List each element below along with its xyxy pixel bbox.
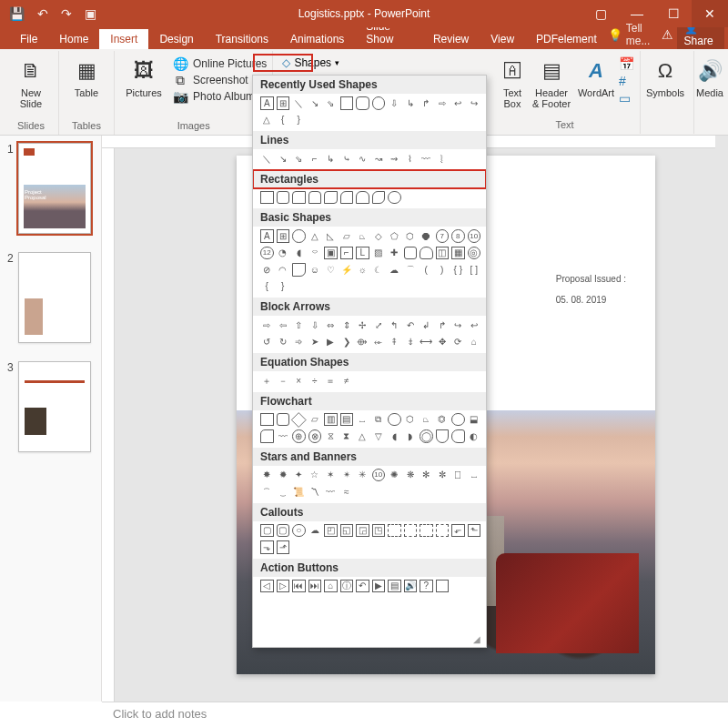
shape-can[interactable] (420, 247, 433, 260)
shape-heptagon[interactable]: ⯃ (420, 229, 433, 243)
warning-icon[interactable]: ⚠ (662, 27, 673, 42)
shape-l-shape[interactable]: L (356, 247, 369, 260)
shape-fc-collate[interactable]: ⧖ (324, 429, 338, 443)
shape-rectangle[interactable] (340, 96, 354, 110)
shape-fc-stored[interactable]: ◖ (388, 429, 401, 443)
shape-ribbon-curve-d[interactable]: ⏟ (277, 485, 290, 499)
shape-wave[interactable]: 〰 (324, 485, 338, 499)
shape-callout-a3[interactable]: ⬎ (260, 540, 274, 554)
shape-ribbon-up[interactable]: ⎕ (451, 469, 465, 482)
shape-brace-l[interactable]: { } (451, 263, 465, 277)
shape-connector-elbow-arrow[interactable]: ↳ (324, 152, 338, 166)
shape-fc-connector[interactable] (451, 413, 465, 427)
shape-ar-bent[interactable]: ↰ (388, 318, 401, 332)
tab-design[interactable]: Design (148, 29, 204, 49)
shape-act-info[interactable]: ⓘ (340, 580, 354, 593)
shape-freeform[interactable]: ⌇ (404, 152, 418, 166)
shape-div[interactable]: ÷ (308, 374, 322, 388)
shape-chord[interactable]: ◖ (292, 247, 306, 260)
shape-pentagon[interactable]: ⬠ (388, 229, 401, 243)
shape-5star[interactable]: ☆ (308, 469, 322, 482)
shape-teardrop[interactable]: ⌔ (308, 247, 322, 260)
shape-4star[interactable]: ✦ (292, 469, 306, 482)
shape-ar-up[interactable]: ⇧ (292, 318, 306, 332)
shape-callout-cloud[interactable]: ☁ (308, 524, 322, 538)
shape-scribble[interactable]: 〰 (420, 152, 433, 166)
start-from-beginning-icon[interactable]: ▣ (85, 6, 96, 21)
shape-connector-elbow-double[interactable]: ⤷ (340, 152, 354, 166)
shape-brace-left[interactable]: { (277, 114, 290, 127)
shape-smiley[interactable]: ☺ (308, 263, 322, 277)
shape-plaque[interactable] (404, 247, 418, 260)
shape-line[interactable]: ＼ (292, 96, 306, 110)
shape-ar-lrco[interactable]: ⟷ (420, 336, 433, 349)
shape-bevel[interactable]: ▦ (451, 247, 465, 260)
shape-brace-r2[interactable]: } (277, 280, 290, 294)
shape-explosion1[interactable]: ✸ (260, 469, 274, 482)
shape-callout-rect[interactable]: ▢ (260, 524, 274, 538)
shape-callout-border1[interactable] (388, 524, 401, 538)
shape-ar-dco[interactable]: ⤈ (404, 336, 418, 349)
shape-half-frame[interactable]: ⌐ (340, 247, 354, 260)
shape-eq[interactable]: ＝ (324, 374, 338, 388)
shape-fc-direct[interactable] (451, 429, 465, 443)
shape-fc-prep[interactable]: ⬡ (404, 413, 418, 427)
shape-fc-decision[interactable] (291, 412, 306, 427)
shape-act-blank[interactable] (436, 580, 450, 593)
shape-callout-line1[interactable]: ◰ (324, 524, 338, 538)
shape-block-arc[interactable]: ◠ (277, 263, 290, 277)
wordart-button[interactable]: A WordArt (573, 53, 619, 98)
shape-ar-curve-l[interactable]: ↩ (468, 318, 481, 332)
shape-arrow-down[interactable]: ⇩ (388, 96, 401, 110)
shape-ar-right[interactable]: ⇨ (260, 318, 274, 332)
shape-connector-elbow[interactable]: ⌐ (308, 152, 322, 166)
symbols-button[interactable]: Ω Symbols (642, 53, 688, 98)
shape-fc-process[interactable] (260, 413, 274, 427)
tab-review[interactable]: Review (422, 29, 480, 49)
shape-sun[interactable]: ☼ (356, 263, 369, 277)
table-button[interactable]: ▦ Table (65, 53, 108, 98)
shape-snip-diag-rect[interactable] (324, 191, 338, 205)
shape-act-sound[interactable]: 🔊 (404, 580, 418, 593)
shape-ar-3way[interactable]: ⤢ (372, 318, 386, 332)
shape-arrow-right-bent[interactable]: ↳ (404, 96, 418, 110)
shape-act-fwd[interactable]: ▷ (277, 580, 290, 593)
shape-ar-down[interactable]: ⇩ (308, 318, 322, 332)
shape-round-1-rect[interactable] (340, 191, 354, 205)
tab-home[interactable]: Home (48, 29, 99, 49)
shape-callout-line2[interactable]: ◱ (340, 524, 354, 538)
shape-callout-a2[interactable]: ⬑ (468, 524, 481, 538)
shape-line-arrow[interactable]: ↘ (308, 96, 322, 110)
shape-ar-bentup[interactable]: ↱ (436, 318, 450, 332)
shape-act-begin[interactable]: ⏮ (292, 580, 306, 593)
shape-12star[interactable]: ✺ (388, 469, 401, 482)
shape-text-box[interactable]: A (260, 96, 274, 110)
shape-round-rect[interactable] (356, 96, 369, 110)
shape-ar-uturn[interactable]: ↶ (404, 318, 418, 332)
shape-arrow-up-bent[interactable]: ↱ (420, 96, 433, 110)
shape-10star[interactable]: 10 (372, 469, 386, 482)
shape-fc-extract[interactable]: △ (356, 429, 369, 443)
shape-ar-curve-d[interactable]: ↻ (277, 336, 290, 349)
shape-folded-corner[interactable] (292, 263, 306, 277)
shape-fc-terminator[interactable] (388, 413, 401, 427)
shape-ar-leftright[interactable]: ⇔ (324, 318, 338, 332)
shape-snip-1-rect[interactable] (292, 191, 306, 205)
new-slide-button[interactable]: 🗎 New Slide (9, 53, 53, 109)
shape-line-1[interactable]: ＼ (260, 152, 274, 166)
shape-arrow-right[interactable]: ⇨ (436, 96, 450, 110)
shape-fc-multi[interactable]: ⧉ (372, 413, 386, 427)
shape-minus[interactable]: － (277, 374, 290, 388)
tab-animations[interactable]: Animations (279, 29, 355, 49)
shape-mult[interactable]: × (292, 374, 306, 388)
ribbon-display-icon[interactable]: ▢ (582, 0, 619, 27)
object-icon[interactable]: ▭ (619, 91, 634, 106)
shape-curve[interactable]: ∿ (356, 152, 369, 166)
shape-ar-home[interactable]: ⌂ (468, 336, 481, 349)
shape-round-2-rect[interactable] (356, 191, 369, 205)
shape-fc-document[interactable]: ⎵ (356, 413, 369, 427)
shape-ar-leftup[interactable]: ↲ (420, 318, 433, 332)
shape-ar-circ[interactable]: ⟳ (451, 336, 465, 349)
shape-oval[interactable] (372, 96, 386, 110)
shape-act-help[interactable]: ? (420, 580, 433, 593)
